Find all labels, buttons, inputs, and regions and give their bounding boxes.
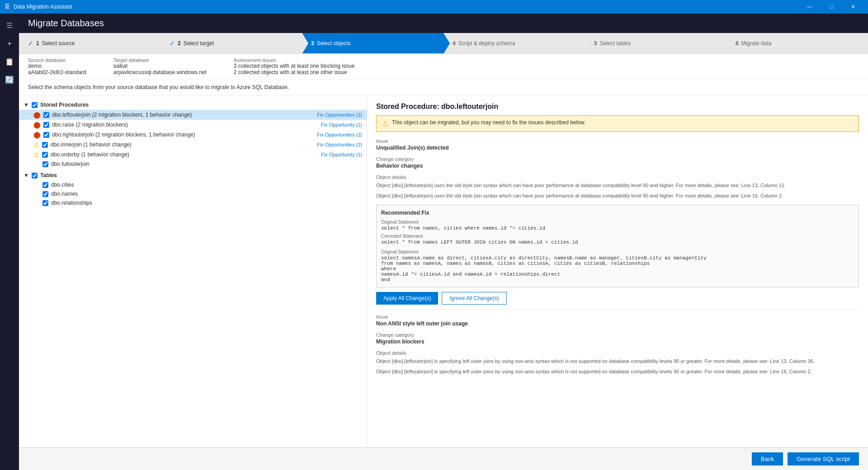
sp-item-rightouterjoin[interactable]: ⬤ dbo.rightouterjoin (2 migration blocke… (19, 130, 367, 140)
table-check-names[interactable] (42, 191, 48, 197)
sp-name-orderby: dbo.orderby (1 behavior change) (51, 151, 129, 158)
step3-label: Select objects (317, 40, 351, 47)
back-button[interactable]: Back (752, 452, 783, 465)
object-details-section-1: Object details Object [dbo].[leftouterjo… (376, 174, 859, 199)
fix-btn-leftouterjoin[interactable]: Fix Opportunities (2) (317, 112, 362, 118)
apply-all-button[interactable]: Apply All Change(s) (376, 292, 438, 305)
issue2-value: Non ANSI style left outer join usage (376, 320, 859, 327)
step4-num: 4 (453, 40, 456, 47)
object-tree-panel: ▼ Stored Procedures ⬤ dbo.leftouterjoin … (19, 95, 367, 447)
table-name-cities: dbo.cities (51, 182, 74, 188)
step6-num: 6 (736, 40, 739, 47)
sp-item-leftouterjoin[interactable]: ⬤ dbo.leftouterjoin (2 migration blocker… (19, 110, 367, 120)
table-item-cities[interactable]: dbo.cities (19, 180, 367, 189)
fix-btn-innerjoin[interactable]: Fix Opportunities (2) (317, 142, 362, 147)
stored-procedures-group[interactable]: ▼ Stored Procedures (19, 100, 367, 110)
wizard-step-6[interactable]: 6 Migrate data (726, 33, 868, 53)
step1-check: ✓ (28, 40, 33, 47)
step5-num: 5 (594, 40, 597, 47)
source-db-name: demo (28, 63, 86, 69)
sp-check-rightouterjoin[interactable] (43, 132, 49, 138)
window-controls: — □ ✕ (799, 0, 863, 14)
table-check-cities[interactable] (42, 182, 48, 188)
step3-num: 3 (311, 40, 314, 47)
fix-btn-raise[interactable]: Fix Opportunity (1) (321, 122, 362, 127)
tables-group[interactable]: ▼ Tables (19, 170, 367, 180)
wizard-step-4[interactable]: 4 Script & deploy schema (443, 33, 585, 53)
maximize-button[interactable]: □ (821, 0, 842, 14)
change-category-section-2: Change category Migration blockers (376, 332, 859, 345)
fix-btn-rightouterjoin[interactable]: Fix Opportunities (2) (317, 132, 362, 137)
sp-name-leftouterjoin: dbo.leftouterjoin (2 migration blockers,… (52, 112, 192, 118)
step6-label: Migrate data (741, 40, 772, 47)
assessment-issues-label: Assessment issues (234, 57, 355, 63)
page-header: Migrate Databases (19, 14, 868, 33)
detail-title: Stored Procedure: dbo.leftouterjoin (376, 103, 859, 111)
issue-section-1: Issue Unqualified Join(s) detected (376, 138, 859, 151)
sp-check-leftouterjoin[interactable] (43, 112, 49, 118)
assessment-issues-col: Assessment issues 3 collected objects wi… (234, 57, 355, 75)
target-db-name: saikat (113, 63, 207, 69)
sp-item-fullouterjoin[interactable]: dbo.fullouterjoin (19, 160, 367, 169)
fix-btn-orderby[interactable]: Fix Opportunity (1) (321, 152, 362, 157)
object-details1-text2: Object [dbo].[leftouterjoin] uses the ol… (376, 192, 859, 200)
wizard-step-5[interactable]: 5 Select tables (585, 33, 726, 53)
sp-item-raise[interactable]: ⬤ dbo.raise (2 migration blockers) Fix O… (19, 120, 367, 130)
object-details1-text1: Object [dbo].[leftouterjoin] uses the ol… (376, 182, 859, 189)
sp-check-raise[interactable] (43, 122, 49, 128)
detail-panel: Stored Procedure: dbo.leftouterjoin ⚠ Th… (367, 95, 868, 447)
table-check-relationships[interactable] (42, 200, 48, 206)
bottom-bar: Back Generate SQL script (19, 447, 868, 470)
sp-item-innerjoin[interactable]: ⚠ dbo.innerjoin (1 behavior change) Fix … (19, 140, 367, 150)
step2-num: 2 (178, 40, 181, 47)
error-icon-raise: ⬤ (33, 121, 41, 128)
recommended-fix-box: Recommended Fix Original Statement selec… (376, 205, 859, 287)
sidebar: ☰ ＋ 📋 🔄 (0, 14, 19, 470)
source-db-label: Source database (28, 57, 86, 63)
description: Select the schema objects from your sour… (19, 80, 868, 95)
content-area: Source database demo aAlab02-2k8r2-stand… (19, 54, 868, 470)
step1-num: 1 (36, 40, 39, 47)
sidebar-docs-icon[interactable]: 📋 (1, 53, 18, 70)
warning-icon-orderby: ⚠ (33, 151, 39, 158)
original-code-1: select * from names, cities where names.… (381, 226, 854, 231)
warning-icon-innerjoin: ⚠ (33, 141, 39, 148)
wizard-steps: ✓ 1 Select source ✓ 2 Select target 3 Se… (19, 33, 868, 54)
minimize-button[interactable]: — (799, 0, 820, 14)
corrected-label-1: Corrected Statement (381, 234, 854, 239)
sp-name-raise: dbo.raise (2 migration blockers) (52, 122, 128, 128)
sp-check-innerjoin[interactable] (42, 142, 48, 148)
sp-check-orderby[interactable] (42, 152, 48, 158)
sp-group-label: Stored Procedures (40, 102, 89, 108)
step4-label: Script & deploy schema (458, 40, 515, 47)
issue1-text: 3 collected objects with at least one bl… (234, 63, 355, 69)
step1-label: Select source (42, 40, 75, 47)
table-name-names: dbo.names (51, 191, 78, 197)
close-button[interactable]: ✕ (843, 0, 863, 14)
page-title: Migrate Databases (28, 18, 104, 28)
sp-check-fullouterjoin[interactable] (42, 161, 48, 167)
change-category2-label: Change category (376, 332, 859, 338)
sidebar-menu-icon[interactable]: ☰ (1, 17, 18, 33)
table-item-relationships[interactable]: dbo.relationships (19, 198, 367, 207)
sp-item-orderby[interactable]: ⚠ dbo.orderby (1 behavior change) Fix Op… (19, 150, 367, 160)
table-item-names[interactable]: dbo.names (19, 189, 367, 198)
warning-triangle-icon: ⚠ (382, 119, 388, 128)
source-db-server: aAlab02-2k8r2-standard (28, 69, 86, 75)
sidebar-home-icon[interactable]: ＋ (1, 35, 18, 52)
ignore-all-button[interactable]: Ignore All Change(s) (442, 292, 506, 305)
table-name-relationships: dbo.relationships (51, 200, 92, 206)
wizard-step-1[interactable]: ✓ 1 Select source (19, 33, 160, 53)
tables-group-checkbox[interactable] (32, 173, 38, 179)
wizard-step-3[interactable]: 3 Select objects (302, 33, 443, 53)
object-details2-text2: Object [dbo].[leftouterjoin] is specifyi… (376, 368, 859, 376)
sp-group-checkbox[interactable] (32, 102, 38, 108)
generate-sql-button[interactable]: Generate SQL script (788, 452, 859, 465)
recommended-fix-title: Recommended Fix (381, 210, 854, 216)
db-info-bar: Source database demo aAlab02-2k8r2-stand… (19, 54, 868, 80)
sidebar-migrate-icon[interactable]: 🔄 (1, 71, 18, 88)
sp-name-fullouterjoin: dbo.fullouterjoin (51, 161, 90, 167)
issue1-value: Unqualified Join(s) detected (376, 145, 859, 151)
wizard-step-2[interactable]: ✓ 2 Select target (160, 33, 302, 53)
issue2-text: 2 collected objects with at least one ot… (234, 69, 355, 75)
